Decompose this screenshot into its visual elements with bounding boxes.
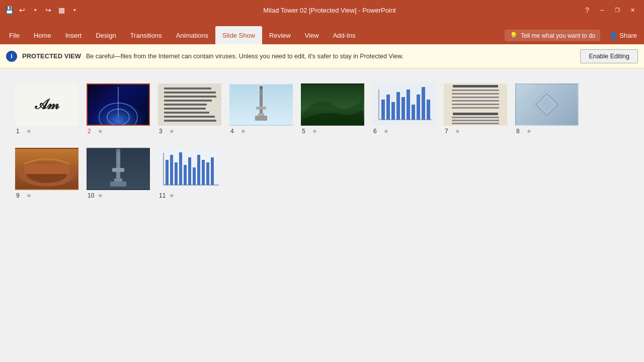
svg-rect-43 <box>206 162 209 185</box>
svg-rect-19 <box>422 87 425 120</box>
share-label: Share <box>619 32 637 39</box>
ribbon-search[interactable]: 💡 Tell me what you want to do <box>505 30 600 41</box>
slide-star-icon[interactable]: ★ <box>98 128 103 135</box>
tab-animations[interactable]: Animations <box>169 26 215 44</box>
slide-number: 9 <box>16 192 23 199</box>
protected-view-message: Be careful—files from the Internet can c… <box>86 53 575 60</box>
quick-access-toolbar: 💾 ↩ ▾ ↪ ▦ ▾ <box>4 5 79 15</box>
redo-icon[interactable]: ↪ <box>43 5 53 15</box>
svg-rect-16 <box>407 89 410 120</box>
svg-rect-15 <box>401 97 405 120</box>
tab-review[interactable]: Review <box>262 26 298 44</box>
slide-star-icon[interactable]: ★ <box>312 128 317 135</box>
window-title: Milad Tower 02 [Protected View] - PowerP… <box>79 7 580 14</box>
close-button[interactable]: ✕ <box>625 5 640 16</box>
info-icon: i <box>6 51 17 62</box>
slide-number: 6 <box>373 128 380 135</box>
svg-rect-26 <box>24 164 69 174</box>
share-button[interactable]: 👤 Share <box>604 30 642 41</box>
slide-item[interactable]: 10★ <box>87 148 150 199</box>
help-icon[interactable]: ? <box>580 5 595 16</box>
svg-rect-11 <box>381 100 385 120</box>
slide-number: 2 <box>88 128 95 135</box>
svg-rect-37 <box>179 152 182 185</box>
svg-rect-40 <box>193 167 196 185</box>
svg-rect-5 <box>256 107 266 110</box>
slide-item[interactable]: 4★ <box>229 83 293 135</box>
tab-file[interactable]: File <box>2 26 27 44</box>
slide-star-icon[interactable]: ★ <box>98 192 103 199</box>
slide-star-icon[interactable]: ★ <box>455 128 460 135</box>
present-icon[interactable]: ▦ <box>56 5 66 15</box>
svg-rect-28 <box>112 168 124 172</box>
slide-star-icon[interactable]: ★ <box>526 128 532 135</box>
slide-number: 7 <box>445 128 452 135</box>
slide-item[interactable]: 5★ <box>301 83 364 135</box>
slide-item[interactable]: 𝒜𝓂1★ <box>15 83 78 135</box>
undo-dropdown[interactable]: ▾ <box>30 5 40 15</box>
person-icon: 👤 <box>609 32 617 39</box>
svg-rect-44 <box>211 157 214 185</box>
svg-rect-41 <box>197 155 200 185</box>
protected-view-label: PROTECTED VIEW <box>22 52 81 60</box>
slide-meta: 9★ <box>15 192 32 199</box>
slide-star-icon[interactable]: ★ <box>169 128 175 135</box>
search-text: Tell me what you want to do <box>521 32 595 39</box>
slide-item[interactable]: 6★ <box>372 83 436 135</box>
slide-number: 10 <box>88 192 95 199</box>
slide-item[interactable]: 11★ <box>158 148 221 199</box>
svg-point-6 <box>260 86 263 89</box>
minimize-button[interactable]: ─ <box>595 5 610 16</box>
window-controls: ? ─ ❐ ✕ <box>580 5 640 16</box>
slide-star-icon[interactable]: ★ <box>383 128 389 135</box>
slide-number: 4 <box>230 128 237 135</box>
svg-rect-42 <box>202 160 205 185</box>
tab-addins[interactable]: Add-Ins <box>326 26 363 44</box>
slide-item[interactable]: 7★ <box>444 83 507 135</box>
slide-meta: 4★ <box>229 128 246 135</box>
svg-rect-17 <box>412 105 415 120</box>
tab-slideshow[interactable]: Slide Show <box>215 26 262 44</box>
slide-star-icon[interactable]: ★ <box>26 192 32 199</box>
slide-meta: 11★ <box>158 192 175 199</box>
slide-star-icon[interactable]: ★ <box>240 128 246 135</box>
tab-design[interactable]: Design <box>89 26 123 44</box>
slide-number: 1 <box>16 128 23 135</box>
svg-rect-31 <box>110 182 126 187</box>
slide-item[interactable]: 9★ <box>15 148 78 199</box>
restore-button[interactable]: ❐ <box>610 5 625 16</box>
svg-rect-35 <box>170 155 173 185</box>
slide-meta: 1★ <box>15 128 32 135</box>
slide-star-icon[interactable]: ★ <box>169 192 175 199</box>
slide-item[interactable]: 8★ <box>515 83 579 135</box>
slide-meta: 2★ <box>87 128 103 135</box>
slide-number: 3 <box>159 128 166 135</box>
svg-rect-38 <box>184 165 187 185</box>
slide-number: 8 <box>516 128 523 135</box>
slide-number: 11 <box>159 192 166 199</box>
customize-icon[interactable]: ▾ <box>69 5 79 15</box>
slide-item[interactable]: 2★ <box>87 83 150 135</box>
slide-star-icon[interactable]: ★ <box>26 128 32 135</box>
ribbon-tab-bar: File Home Insert Design Transitions Anim… <box>0 20 644 44</box>
undo-icon[interactable]: ↩ <box>17 5 27 15</box>
svg-rect-18 <box>417 95 420 120</box>
tab-home[interactable]: Home <box>27 26 58 44</box>
svg-rect-20 <box>427 100 430 120</box>
title-bar: 💾 ↩ ▾ ↪ ▦ ▾ Milad Tower 02 [Protected Vi… <box>0 0 644 20</box>
save-icon[interactable]: 💾 <box>4 5 14 15</box>
tab-insert[interactable]: Insert <box>58 26 89 44</box>
tab-transitions[interactable]: Transitions <box>123 26 169 44</box>
tab-view[interactable]: View <box>298 26 326 44</box>
slide-grid: 𝒜𝓂1★ 2★ 3★ 4★ 5★ <box>15 78 629 207</box>
svg-rect-27 <box>116 151 120 178</box>
slide-number: 5 <box>302 128 309 135</box>
slide-meta: 5★ <box>301 128 317 135</box>
lightbulb-icon: 💡 <box>510 32 518 39</box>
enable-editing-button[interactable]: Enable Editing <box>580 49 638 63</box>
slide-meta: 8★ <box>515 128 532 135</box>
slide-meta: 10★ <box>87 192 103 199</box>
slide-meta: 6★ <box>372 128 389 135</box>
svg-rect-12 <box>386 95 390 120</box>
slide-item[interactable]: 3★ <box>158 83 221 135</box>
